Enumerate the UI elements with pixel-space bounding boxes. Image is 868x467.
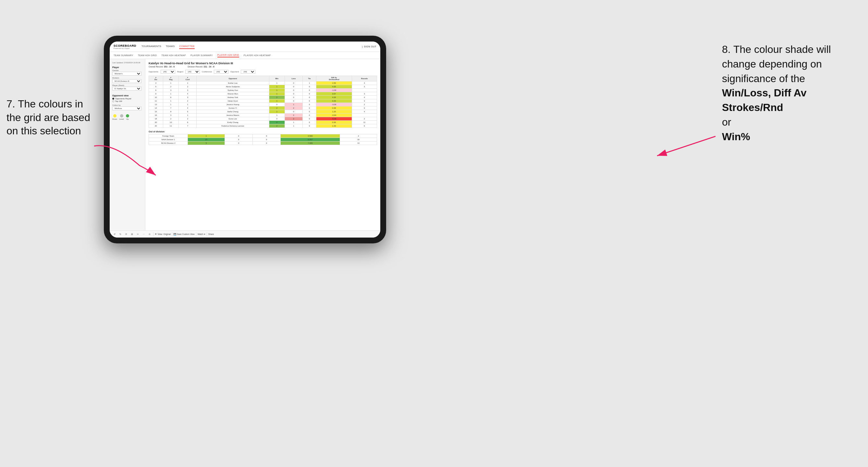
col-rounds: Rounds (352, 76, 377, 82)
radio-dot-played (112, 98, 114, 100)
grid-button[interactable]: ⊞ (130, 232, 134, 236)
refresh-button[interactable]: ⟳ (124, 232, 128, 236)
player-rank-select[interactable]: 8. Katelyn Vo (112, 87, 142, 91)
table-row: 311 Esther Lee 1 0 1 1.50 4 (149, 82, 377, 85)
legend-dot-down (113, 114, 117, 118)
save-icon: 💾 (174, 233, 176, 236)
col-win: Win (269, 76, 285, 82)
filter-conference-label: Conference (202, 71, 212, 73)
out-of-division-table: Foreign Team 1 0 0 4.500 2 NAIA Division… (149, 134, 377, 145)
tab-team-summary[interactable]: TEAM SUMMARY (114, 54, 133, 57)
nav-items: TOURNAMENTS TEAMS COMMITTEE (142, 44, 362, 49)
colour-by-section: Colour by Win/loss (112, 104, 143, 112)
opponent-view-label: Opponent view (112, 94, 143, 97)
legend-dot-up (126, 114, 129, 118)
col-div: #Div (149, 76, 163, 82)
toolbar-divider-4 (207, 232, 207, 236)
nav-teams[interactable]: TEAMS (166, 44, 175, 49)
grid-title: Katelyn Vo Head-to-Head Grid for Women's… (149, 62, 377, 65)
legend: Down Level Up (112, 114, 143, 120)
col-conf: #Conf (179, 76, 197, 82)
nav-separator: | (362, 45, 363, 48)
colour-by-label: Colour by (112, 104, 143, 106)
tab-player-h2h-heatmap[interactable]: PLAYER H2H HEATMAP (244, 54, 271, 57)
grid-record: Overall Record: 353 - 34 - 6 Division Re… (149, 66, 377, 68)
col-reg: #Reg (163, 76, 179, 82)
tab-player-summary[interactable]: PLAYER SUMMARY (190, 54, 213, 57)
redo-button[interactable]: ↻ (118, 232, 123, 236)
colour-by-select[interactable]: Win/loss (112, 106, 142, 110)
annotation-left: 7. The colours in the grid are based on … (6, 97, 91, 138)
filter-conference-select[interactable]: (All) (214, 70, 228, 74)
table-row: 522 Alexis Sudjianto 1 0 0 4.00 3 (149, 85, 377, 89)
table-row: NAIA Division 1 15 0 0 9.267 30 (149, 138, 377, 142)
radio-top-100[interactable]: Top 100 (112, 100, 143, 102)
out-of-division-title: Out of division (149, 130, 377, 133)
nav-right: | Sign out (362, 44, 376, 49)
arrow-left (88, 139, 162, 179)
table-row: 1585 Stella Cheng 1 0 0 1.25 4 (149, 110, 377, 114)
table-row: 20117 Federica Domecq Lacroze 2 1 0 1.33… (149, 124, 377, 128)
gender-select[interactable]: Women's (112, 72, 142, 75)
col-opponent: Opponent (196, 76, 269, 82)
cut-button[interactable]: ✂ (136, 232, 140, 236)
table-row: Foreign Team 1 0 0 4.500 2 (149, 134, 377, 138)
toolbar-divider-2 (172, 232, 172, 236)
watch-button[interactable]: Watch ▾ (197, 233, 206, 236)
sidebar-gender-label: Gender (112, 69, 143, 71)
filter-opponents-label: Opponents: (149, 71, 159, 73)
sidebar-player-title: Player (112, 66, 143, 68)
arrow-right (651, 133, 722, 159)
toolbar-divider-3 (196, 232, 196, 236)
grid-area: Katelyn Vo Head-to-Head Grid for Women's… (145, 59, 380, 230)
tab-player-h2h-grid[interactable]: PLAYER H2H GRID (217, 53, 239, 57)
sidebar-division-label: Division (112, 77, 143, 79)
filter-opponents-select[interactable]: (All) (161, 70, 175, 74)
col-diff: Diff AvStrokes/Rnd (316, 76, 352, 82)
share-button[interactable]: Share (208, 233, 214, 235)
filter-region-select[interactable]: (All) (185, 70, 200, 74)
view-original[interactable]: 👁 View: Original (155, 233, 171, 235)
chevron-down-icon: ▾ (204, 233, 206, 236)
bottom-toolbar: ↺ ↻ ⟳ ⊞ ✂ ··· ⊙ 👁 View: Original 💾 Save … (110, 230, 380, 238)
tab-team-h2h-heatmap[interactable]: TEAM H2H HEATMAP (161, 54, 186, 57)
table-row: 20106 Emily Chang 4 1 0 0.30 11 (149, 121, 377, 124)
division-select[interactable]: NCAA Division III (112, 79, 142, 83)
opponent-view-section: Opponent view Opponents Played Top 100 (112, 94, 143, 102)
sign-out-button[interactable]: Sign out (364, 44, 376, 49)
filter-opponent-select[interactable]: (All) (241, 70, 255, 74)
radio-dot-top100 (112, 100, 114, 102)
save-custom-view[interactable]: 💾 Save Custom View (174, 233, 195, 236)
target-button[interactable]: ⊙ (147, 232, 152, 236)
radio-opponents-played[interactable]: Opponents Played (112, 98, 143, 100)
col-loss: Loss (285, 76, 303, 82)
table-row: 633 Sydney Kuo 1 0 0 -1.00 (149, 89, 377, 92)
undo-button[interactable]: ↺ (112, 232, 117, 236)
table-row: 1112 Heejo Hyun 1 0 0 3.33 3 (149, 99, 377, 103)
filter-opponent-label: Opponent (230, 71, 239, 73)
sub-nav: TEAM SUMMARY TEAM H2H GRID TEAM H2H HEAT… (110, 52, 380, 59)
sidebar-player-rank-label: Player (Rank) (112, 84, 143, 86)
more-button[interactable]: ··· (142, 232, 146, 236)
filter-region-label: Region (177, 71, 183, 73)
table-row: 1631 Jessica Mason 1 2 0 -0.94 (149, 114, 377, 117)
table-row: 1474 Eunice Yi 2 2 0 0.38 9 (149, 106, 377, 110)
table-row: NCAA Division 2 5 0 0 7.400 10 (149, 142, 377, 145)
h2h-table: #Div #Reg #Conf Opponent Win Loss Tie Di… (149, 75, 377, 128)
radio-group: Opponents Played Top 100 (112, 98, 143, 102)
view-icon: 👁 (155, 233, 157, 235)
nav-committee[interactable]: COMMITTEE (179, 44, 195, 49)
annotation-right: 8. The colour shade will change dependin… (722, 42, 858, 144)
filters-row: Opponents: (All) Region (All) Conference… (149, 70, 377, 74)
table-row: 1063 Andrea York 2 0 0 4.00 4 (149, 96, 377, 99)
table-row: 1822 Euna Lee 0 2 0 -5.00 2 (149, 117, 377, 121)
legend-dot-level (120, 114, 123, 118)
table-row: 914 Sharon Mun 1 0 0 3.67 3 (149, 92, 377, 96)
col-tie: Tie (303, 76, 316, 82)
nav-tournaments[interactable]: TOURNAMENTS (142, 44, 161, 49)
nav-bar: SCOREBOARD Powered by clippd TOURNAMENTS… (110, 41, 380, 52)
app-logo: SCOREBOARD Powered by clippd (114, 44, 136, 49)
timestamp: Last Updated: 27/03/2024 16:55:38 (112, 62, 143, 64)
table-row: 1311 Jessica Huang 0 1 0 -3.00 2 (149, 103, 377, 106)
tab-team-h2h-grid[interactable]: TEAM H2H GRID (138, 54, 157, 57)
